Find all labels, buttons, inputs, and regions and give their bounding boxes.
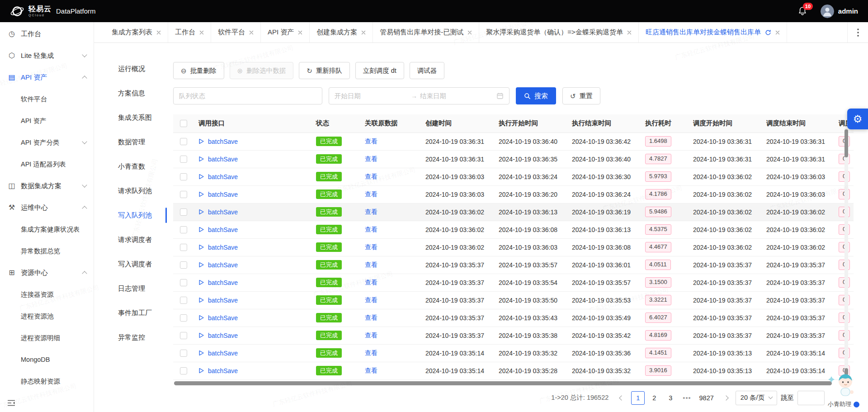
interface-link[interactable]: batchSave	[208, 314, 238, 322]
page-number[interactable]: •••	[680, 391, 693, 405]
sidebar-item[interactable]: 集成方案健康状况表	[0, 218, 94, 240]
row-checkbox[interactable]	[180, 173, 187, 180]
tab-close-icon[interactable]	[298, 28, 302, 36]
horizontal-scrollbar-thumb[interactable]	[174, 381, 832, 385]
tab[interactable]: 聚水潭采购退货单（确认）=>金蝶采购退货单	[479, 22, 639, 43]
start-date-input[interactable]	[335, 92, 408, 99]
view-origin-link[interactable]: 查看	[365, 331, 377, 339]
interface-link[interactable]: batchSave	[208, 367, 238, 374]
submenu-item[interactable]: 日志管理	[94, 276, 167, 301]
sidebar-item[interactable]: 进程资源池	[0, 305, 94, 327]
tab[interactable]: 软件平台	[211, 22, 261, 43]
interface-link[interactable]: batchSave	[208, 226, 238, 233]
submenu-item[interactable]: 异常监控	[94, 325, 167, 350]
view-origin-link[interactable]: 查看	[365, 349, 377, 356]
interface-link[interactable]: batchSave	[208, 191, 238, 198]
sidebar-item[interactable]: 软件平台	[0, 88, 94, 110]
sidebar-item[interactable]: API 资产分类	[0, 132, 94, 153]
view-origin-link[interactable]: 查看	[365, 190, 377, 198]
sidebar-item[interactable]: ◷ 工作台	[0, 23, 94, 45]
submenu-item[interactable]: 写入调度者	[94, 252, 167, 276]
view-origin-link[interactable]: 查看	[365, 367, 377, 374]
row-checkbox[interactable]	[180, 191, 187, 198]
sidebar-item[interactable]: MongoDB	[0, 349, 94, 370]
page-size-select[interactable]: 20 条/页	[736, 391, 777, 405]
username[interactable]: admin	[838, 7, 858, 15]
sidebar-item[interactable]: ⬡ Lite 轻集成	[0, 45, 94, 66]
tab[interactable]: 旺店通销售出库单对接金蝶销售出库单	[639, 22, 787, 43]
tab[interactable]: 管易销售出库单对接-已测试	[373, 22, 479, 43]
view-origin-link[interactable]: 查看	[365, 296, 377, 303]
view-origin-link[interactable]: 查看	[365, 279, 377, 286]
submenu-item[interactable]: 事件加工厂	[94, 301, 167, 325]
row-checkbox[interactable]	[180, 332, 187, 339]
debugger-button[interactable]: 调试器	[410, 62, 445, 79]
refresh-icon[interactable]	[765, 29, 771, 36]
tab[interactable]: 集成方案列表	[105, 22, 168, 43]
interface-link[interactable]: batchSave	[208, 332, 238, 339]
interface-link[interactable]: batchSave	[208, 208, 238, 216]
assistant-toggle-button[interactable]	[854, 402, 859, 407]
row-checkbox[interactable]	[180, 208, 187, 216]
jump-page-input[interactable]	[797, 391, 825, 405]
sidebar-item[interactable]: 静态映射资源	[0, 370, 94, 392]
view-origin-link[interactable]: 查看	[365, 261, 377, 268]
row-checkbox[interactable]	[180, 261, 187, 269]
sidebar-item[interactable]: 异常数据总览	[0, 240, 94, 262]
interface-link[interactable]: batchSave	[208, 138, 238, 145]
sidebar-item[interactable]: ◫ 数据集成方案	[0, 175, 94, 197]
vertical-scrollbar[interactable]	[844, 128, 848, 377]
interface-link[interactable]: batchSave	[208, 350, 238, 357]
page-number[interactable]: 1	[631, 391, 645, 405]
view-origin-link[interactable]: 查看	[365, 173, 377, 180]
view-origin-link[interactable]: 查看	[365, 208, 377, 215]
interface-link[interactable]: batchSave	[208, 156, 238, 163]
sidebar-item[interactable]: 连接器资源	[0, 284, 94, 305]
row-checkbox[interactable]	[180, 138, 187, 145]
end-date-input[interactable]	[420, 92, 494, 99]
sidebar-item[interactable]: ⊞ 资源中心	[0, 262, 94, 284]
prev-page-button[interactable]	[616, 391, 627, 405]
row-checkbox[interactable]	[180, 367, 187, 374]
row-checkbox[interactable]	[180, 314, 187, 322]
horizontal-scrollbar[interactable]	[173, 381, 854, 385]
row-checkbox[interactable]	[180, 156, 187, 163]
submenu-item[interactable]: 请求调度者	[94, 227, 167, 252]
view-origin-link[interactable]: 查看	[365, 314, 377, 321]
date-range-picker[interactable]: →	[329, 87, 509, 104]
row-checkbox[interactable]	[180, 297, 187, 304]
tab[interactable]: 工作台	[168, 22, 211, 43]
interface-link[interactable]: batchSave	[208, 297, 238, 304]
page-number[interactable]: 9827	[697, 391, 717, 405]
schedule-now-button[interactable]: 立刻调度 dt	[355, 62, 404, 79]
row-checkbox[interactable]	[180, 279, 187, 286]
tab[interactable]: API 资产	[261, 22, 310, 43]
submenu-item[interactable]: 小青查数	[94, 154, 167, 179]
sidebar-item[interactable]: API 适配器列表	[0, 153, 94, 175]
interface-link[interactable]: batchSave	[208, 279, 238, 286]
sidebar-item[interactable]: ⚒ 运维中心	[0, 197, 94, 218]
settings-fab[interactable]: ⚙	[847, 109, 868, 129]
search-button[interactable]: 搜索	[516, 87, 556, 104]
reset-button[interactable]: ↺ 重置	[562, 87, 600, 104]
page-number[interactable]: 2	[647, 391, 661, 405]
tab-close-icon[interactable]	[775, 28, 780, 36]
submenu-item[interactable]: 数据管理	[94, 130, 167, 154]
notifications-button[interactable]: 10	[798, 6, 807, 16]
requeue-button[interactable]: ↻ 重新排队	[299, 62, 350, 79]
assistant-mascot[interactable]: 小青助理	[825, 372, 863, 408]
tab-close-icon[interactable]	[467, 28, 472, 36]
sidebar-collapse-button[interactable]	[7, 399, 15, 407]
submenu-item[interactable]: 方案信息	[94, 81, 167, 105]
page-number[interactable]: 3	[664, 391, 677, 405]
row-checkbox[interactable]	[180, 350, 187, 357]
submenu-item[interactable]: 运行概况	[94, 57, 167, 81]
tab-close-icon[interactable]	[627, 28, 632, 36]
view-origin-link[interactable]: 查看	[365, 226, 377, 233]
interface-link[interactable]: batchSave	[208, 173, 238, 180]
row-checkbox[interactable]	[180, 244, 187, 251]
row-checkbox[interactable]	[180, 226, 187, 233]
view-origin-link[interactable]: 查看	[365, 137, 377, 145]
view-origin-link[interactable]: 查看	[365, 243, 377, 251]
sidebar-item[interactable]: 进程资源明细	[0, 327, 94, 349]
